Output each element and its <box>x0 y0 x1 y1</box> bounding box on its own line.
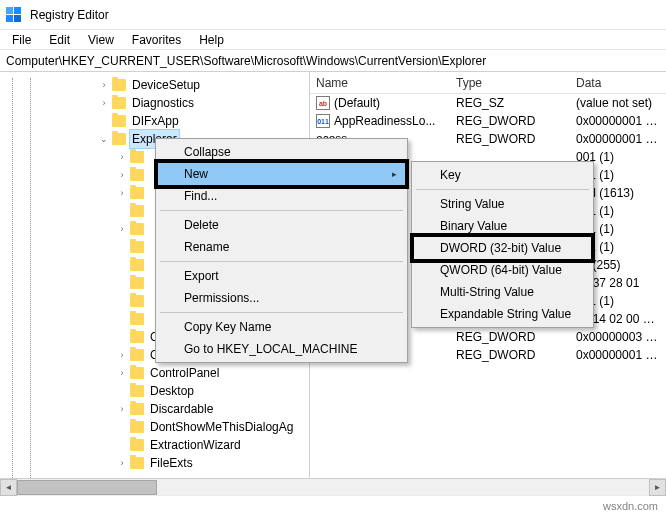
cell-type: REG_DWORD <box>450 132 570 146</box>
ctx-item-binary-value[interactable]: Binary Value <box>414 215 591 237</box>
cell-data: 0x00000001 (1) <box>570 132 666 146</box>
scroll-thumb[interactable] <box>17 480 157 495</box>
chevron-right-icon[interactable]: › <box>116 457 128 469</box>
folder-icon <box>130 421 144 433</box>
context-menu-tree[interactable]: CollapseNewFind...DeleteRenameExportPerm… <box>155 138 408 363</box>
dword-value-icon: 011 <box>316 114 330 128</box>
tree-node-label: DontShowMeThisDialogAg <box>148 418 295 436</box>
ctx-item-dword-32-bit-value[interactable]: DWORD (32-bit) Value <box>414 237 591 259</box>
chevron-right-icon[interactable]: · <box>116 385 128 397</box>
tree-node[interactable]: ·Desktop <box>0 382 309 400</box>
cell-data: 0x00000001 (1) <box>570 114 666 128</box>
folder-icon <box>130 439 144 451</box>
tree-node[interactable]: ›Discardable <box>0 400 309 418</box>
ctx-item-expandable-string-value[interactable]: Expandable String Value <box>414 303 591 325</box>
tree-node-label: DeviceSetup <box>130 76 202 94</box>
cell-type: REG_DWORD <box>450 330 570 344</box>
tree-node[interactable]: ›DeviceSetup <box>0 76 309 94</box>
chevron-right-icon[interactable]: › <box>116 151 128 163</box>
folder-icon <box>130 277 144 289</box>
folder-icon <box>112 133 126 145</box>
tree-node[interactable]: ·DontShowMeThisDialogAg <box>0 418 309 436</box>
col-name[interactable]: Name <box>310 76 450 90</box>
cell-data: 0x00000003 (3) <box>570 330 666 344</box>
scroll-right-button[interactable]: ► <box>649 479 666 496</box>
menu-edit[interactable]: Edit <box>41 31 78 49</box>
folder-icon <box>130 187 144 199</box>
menu-help[interactable]: Help <box>191 31 232 49</box>
chevron-right-icon[interactable]: › <box>98 79 110 91</box>
address-bar[interactable]: Computer\HKEY_CURRENT_USER\Software\Micr… <box>0 50 666 72</box>
horizontal-scrollbar[interactable]: ◄ ► <box>0 478 666 495</box>
chevron-right-icon[interactable]: › <box>98 97 110 109</box>
chevron-right-icon[interactable]: · <box>116 205 128 217</box>
ctx-item-delete[interactable]: Delete <box>158 214 405 236</box>
chevron-right-icon[interactable]: › <box>116 349 128 361</box>
scroll-left-button[interactable]: ◄ <box>0 479 17 496</box>
footer: wsxdn.com <box>0 495 666 515</box>
ctx-item-copy-key-name[interactable]: Copy Key Name <box>158 316 405 338</box>
menu-view[interactable]: View <box>80 31 122 49</box>
folder-icon <box>130 151 144 163</box>
chevron-right-icon[interactable]: · <box>116 421 128 433</box>
folder-icon <box>130 205 144 217</box>
chevron-right-icon[interactable]: · <box>116 241 128 253</box>
chevron-right-icon[interactable]: › <box>116 403 128 415</box>
ctx-item-rename[interactable]: Rename <box>158 236 405 258</box>
chevron-down-icon[interactable]: ⌄ <box>98 133 110 145</box>
ctx-item-multi-string-value[interactable]: Multi-String Value <box>414 281 591 303</box>
menu-favorites[interactable]: Favorites <box>124 31 189 49</box>
folder-icon <box>130 313 144 325</box>
menu-separator <box>160 312 403 313</box>
chevron-right-icon[interactable]: · <box>116 277 128 289</box>
ctx-item-permissions-[interactable]: Permissions... <box>158 287 405 309</box>
menu-file[interactable]: File <box>4 31 39 49</box>
list-row[interactable]: ab(Default)REG_SZ(value not set) <box>310 94 666 112</box>
chevron-right-icon[interactable]: · <box>116 313 128 325</box>
chevron-right-icon[interactable]: · <box>98 115 110 127</box>
value-name-text: AppReadinessLo... <box>334 114 435 128</box>
ctx-item-key[interactable]: Key <box>414 164 591 186</box>
ctx-item-new[interactable]: New <box>158 163 405 185</box>
cell-type: REG_SZ <box>450 96 570 110</box>
tree-node[interactable]: ›Diagnostics <box>0 94 309 112</box>
cell-type: REG_DWORD <box>450 348 570 362</box>
ctx-item-qword-64-bit-value[interactable]: QWORD (64-bit) Value <box>414 259 591 281</box>
chevron-right-icon[interactable]: · <box>116 259 128 271</box>
folder-icon <box>130 457 144 469</box>
folder-icon <box>130 169 144 181</box>
ctx-item-export[interactable]: Export <box>158 265 405 287</box>
tree-node[interactable]: ·ExtractionWizard <box>0 436 309 454</box>
chevron-right-icon[interactable]: · <box>116 331 128 343</box>
ctx-item-find-[interactable]: Find... <box>158 185 405 207</box>
folder-icon <box>130 259 144 271</box>
chevron-right-icon[interactable]: › <box>116 367 128 379</box>
folder-icon <box>130 295 144 307</box>
list-row[interactable]: 011AppReadinessLo...REG_DWORD0x00000001 … <box>310 112 666 130</box>
folder-icon <box>130 331 144 343</box>
tree-node[interactable]: ›ControlPanel <box>0 364 309 382</box>
cell-name: ab(Default) <box>310 96 450 110</box>
col-data[interactable]: Data <box>570 76 666 90</box>
tree-node[interactable]: ·DIFxApp <box>0 112 309 130</box>
tree-node-label: ExtractionWizard <box>148 436 243 454</box>
ctx-item-collapse[interactable]: Collapse <box>158 141 405 163</box>
chevron-right-icon[interactable]: › <box>116 169 128 181</box>
menu-separator <box>160 261 403 262</box>
col-type[interactable]: Type <box>450 76 570 90</box>
cell-data: 0x00000001 (1) <box>570 348 666 362</box>
cell-type: REG_DWORD <box>450 114 570 128</box>
tree-node[interactable]: ›FileExts <box>0 454 309 472</box>
ctx-item-string-value[interactable]: String Value <box>414 193 591 215</box>
ctx-item-go-to-hkey-local-machine[interactable]: Go to HKEY_LOCAL_MACHINE <box>158 338 405 360</box>
chevron-right-icon[interactable]: › <box>116 223 128 235</box>
chevron-right-icon[interactable]: · <box>116 439 128 451</box>
folder-icon <box>130 367 144 379</box>
chevron-right-icon[interactable]: › <box>116 187 128 199</box>
chevron-right-icon[interactable]: · <box>116 295 128 307</box>
cell-name: 011AppReadinessLo... <box>310 114 450 128</box>
folder-icon <box>112 97 126 109</box>
tree-node-label: FileExts <box>148 454 195 472</box>
folder-icon <box>112 115 126 127</box>
context-menu-new[interactable]: KeyString ValueBinary ValueDWORD (32-bit… <box>411 161 594 328</box>
